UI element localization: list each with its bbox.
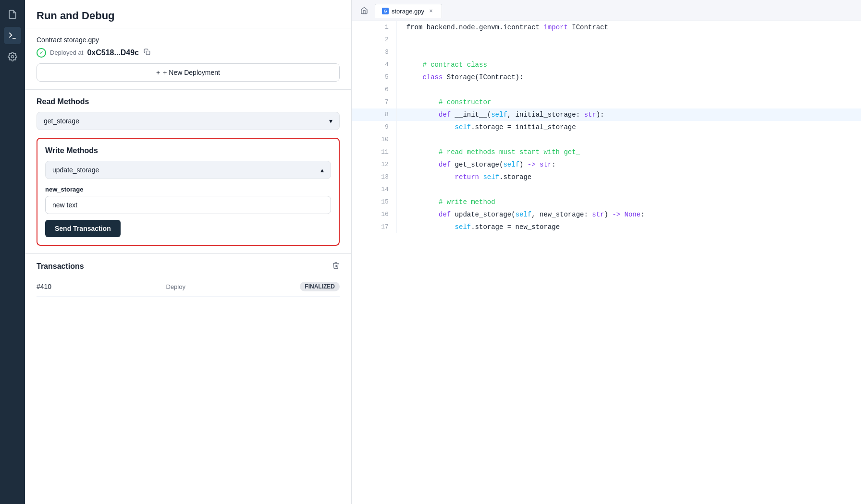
code-line-8: 8 def __init__(self, initial_storage: st… — [352, 108, 861, 121]
contract-label: Contract storage.gpy — [37, 36, 340, 44]
code-line-10: 10 — [352, 133, 861, 146]
code-line-4: 4 # contract class — [352, 59, 861, 71]
transactions-header: Transactions — [37, 262, 340, 271]
clear-transactions-button[interactable] — [332, 262, 340, 271]
code-line-2: 2 — [352, 34, 861, 46]
read-methods-title: Read Methods — [37, 97, 340, 106]
code-line-13: 13 return self.storage — [352, 171, 861, 183]
terminal-icon[interactable] — [4, 27, 21, 44]
code-line-14: 14 — [352, 183, 861, 196]
tab-storage-gpy[interactable]: G storage.gpy × — [375, 4, 442, 18]
transactions-section: Transactions #410 Deploy FINALIZED — [25, 253, 351, 304]
code-line-16: 16 def update_storage(self, new_storage:… — [352, 208, 861, 221]
write-method-selected: update_storage — [52, 166, 99, 174]
tx-status-badge: FINALIZED — [300, 282, 340, 291]
write-methods-title: Write Methods — [45, 146, 331, 155]
code-editor[interactable]: 1 from backend.node.genvm.icontract impo… — [352, 21, 861, 504]
param-label: new_storage — [45, 186, 331, 193]
svg-point-1 — [12, 56, 14, 58]
write-method-dropdown[interactable]: update_storage ▴ — [45, 161, 331, 179]
transactions-title: Transactions — [37, 262, 84, 271]
read-method-selected: get_storage — [44, 117, 79, 125]
code-line-1: 1 from backend.node.genvm.icontract impo… — [352, 21, 861, 34]
deployed-info: ✓ Deployed at 0xC518...D49c — [37, 48, 340, 58]
send-transaction-button[interactable]: Send Transaction — [45, 220, 121, 237]
chevron-down-icon: ▾ — [329, 117, 332, 125]
plus-icon: + — [156, 69, 160, 76]
file-tab-icon: G — [382, 8, 389, 14]
deployed-check-icon: ✓ — [37, 48, 46, 58]
editor-tabs: G storage.gpy × — [352, 0, 861, 21]
tx-type: Deploy — [166, 283, 185, 290]
right-panel: G storage.gpy × 1 from backend.node.genv… — [352, 0, 861, 504]
param-input[interactable] — [45, 196, 331, 214]
file-icon[interactable] — [4, 6, 21, 23]
contract-filename: storage.gpy — [64, 36, 99, 44]
code-line-11: 11 # read methods must start with get_ — [352, 146, 861, 158]
read-methods-section: Read Methods get_storage ▾ — [25, 90, 351, 138]
tab-label: storage.gpy — [392, 8, 424, 15]
read-method-dropdown[interactable]: get_storage ▾ — [37, 112, 340, 130]
write-methods-section: Write Methods update_storage ▴ new_stora… — [37, 138, 340, 246]
copy-address-button[interactable] — [143, 48, 151, 58]
code-line-7: 7 # constructor — [352, 96, 861, 108]
code-line-6: 6 — [352, 84, 861, 96]
deployed-label: Deployed at — [50, 49, 83, 56]
code-line-12: 12 def get_storage(self) -> str: — [352, 158, 861, 171]
svg-rect-2 — [146, 51, 150, 55]
left-panel: Run and Debug Contract storage.gpy ✓ Dep… — [25, 0, 352, 504]
tab-close-button[interactable]: × — [427, 7, 435, 15]
new-deployment-button[interactable]: + + New Deployment — [37, 63, 340, 82]
code-lines: 1 from backend.node.genvm.icontract impo… — [352, 21, 861, 233]
code-line-15: 15 # write method — [352, 196, 861, 208]
home-tab[interactable] — [356, 2, 373, 19]
chevron-up-icon: ▴ — [320, 166, 324, 174]
code-line-3: 3 — [352, 46, 861, 59]
panel-header: Run and Debug — [25, 0, 351, 28]
code-line-5: 5 class Storage(IContract): — [352, 71, 861, 84]
activity-bar — [0, 0, 25, 504]
page-title: Run and Debug — [37, 10, 340, 22]
code-line-9: 9 self.storage = initial_storage — [352, 121, 861, 133]
code-line-17: 17 self.storage = new_storage — [352, 221, 861, 233]
transaction-row: #410 Deploy FINALIZED — [37, 277, 340, 297]
deployed-address: 0xC518...D49c — [87, 48, 139, 57]
tx-id: #410 — [37, 283, 51, 290]
contract-section: Contract storage.gpy ✓ Deployed at 0xC51… — [25, 28, 351, 90]
settings-icon[interactable] — [4, 48, 21, 65]
